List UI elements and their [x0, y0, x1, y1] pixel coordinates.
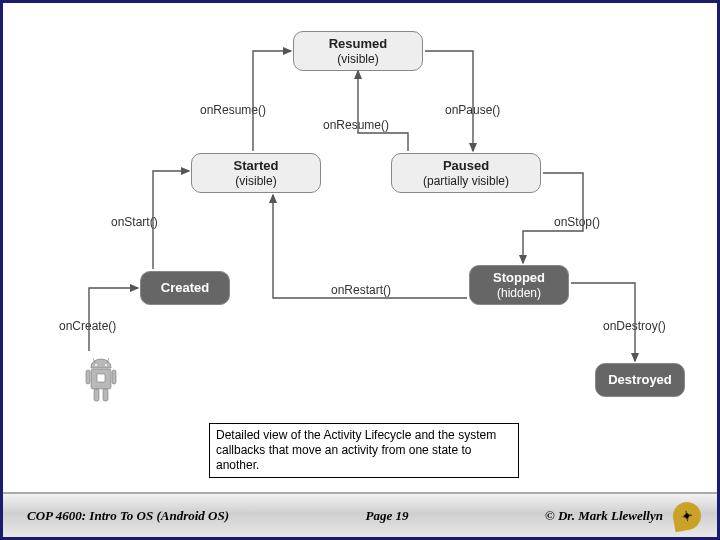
state-title: Stopped — [478, 270, 560, 286]
diagram-caption: Detailed view of the Activity Lifecycle … — [209, 423, 519, 478]
state-destroyed: Destroyed — [595, 363, 685, 397]
state-stopped: Stopped (hidden) — [469, 265, 569, 305]
svg-point-7 — [95, 364, 97, 366]
svg-point-8 — [105, 364, 107, 366]
edge-onrestart-label: onRestart() — [331, 283, 391, 297]
footer-page: Page 19 — [366, 508, 409, 524]
state-sub: (visible) — [302, 52, 414, 66]
ucf-logo-icon: ✦ — [671, 499, 703, 531]
state-title: Paused — [400, 158, 532, 174]
state-sub: (partially visible) — [400, 174, 532, 188]
android-robot-icon — [81, 355, 121, 407]
state-started: Started (visible) — [191, 153, 321, 193]
svg-rect-3 — [86, 370, 90, 384]
state-resumed: Resumed (visible) — [293, 31, 423, 71]
state-title: Created — [149, 280, 221, 296]
edge-oncreate-label: onCreate() — [59, 319, 116, 333]
edge-onstart-label: onStart() — [111, 215, 158, 229]
state-title: Resumed — [302, 36, 414, 52]
state-sub: (visible) — [200, 174, 312, 188]
edge-onstop-label: onStop() — [554, 215, 600, 229]
svg-rect-9 — [97, 374, 105, 382]
state-title: Started — [200, 158, 312, 174]
footer-author: © Dr. Mark Llewellyn — [545, 508, 663, 524]
svg-rect-5 — [94, 389, 99, 401]
state-paused: Paused (partially visible) — [391, 153, 541, 193]
svg-rect-6 — [103, 389, 108, 401]
edge-ondestroy-label: onDestroy() — [603, 319, 666, 333]
svg-rect-4 — [112, 370, 116, 384]
state-title: Destroyed — [604, 372, 676, 388]
state-created: Created — [140, 271, 230, 305]
edge-onresume1-label: onResume() — [200, 103, 266, 117]
slide-footer: COP 4600: Intro To OS (Android OS) Page … — [3, 492, 717, 537]
state-sub: (hidden) — [478, 286, 560, 300]
footer-course: COP 4600: Intro To OS (Android OS) — [27, 508, 229, 524]
edge-onpause-label: onPause() — [445, 103, 500, 117]
edge-onresume2-label: onResume() — [323, 118, 389, 132]
lifecycle-diagram: Resumed (visible) Started (visible) Paus… — [3, 3, 717, 461]
